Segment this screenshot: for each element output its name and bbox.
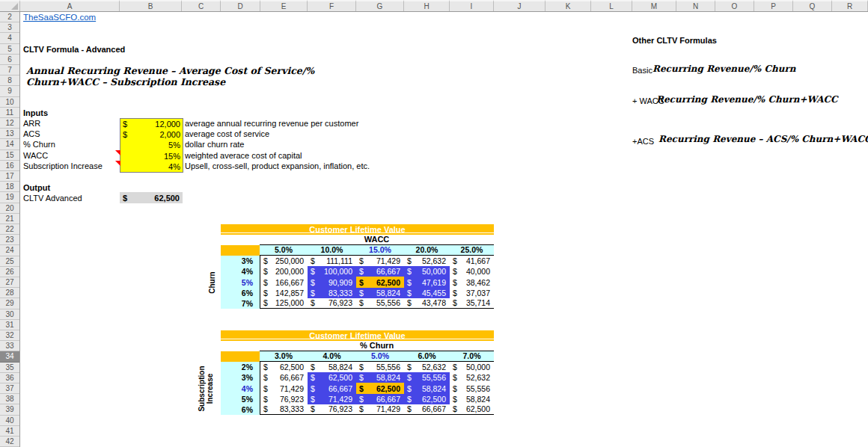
row-header-34[interactable]: 34 [0, 351, 19, 362]
table-row-header[interactable]: 3% [221, 372, 260, 383]
row-header-20[interactable]: 20 [0, 203, 19, 214]
table-cell[interactable]: $200,000 [260, 266, 308, 277]
row-header-30[interactable]: 30 [0, 309, 19, 320]
table-cell[interactable]: $52,632 [404, 362, 450, 372]
table-cell[interactable]: $52,632 [450, 372, 494, 383]
input-value-cell-3[interactable]: 5% [120, 140, 183, 150]
thesaascfo-link[interactable]: TheSaaSCFO.com [23, 13, 96, 22]
row-header-22[interactable]: 22 [0, 224, 19, 235]
table-cell[interactable]: $40,000 [450, 266, 494, 277]
table-cell[interactable]: $38,462 [450, 277, 494, 287]
input-value-cell-5[interactable]: 4% [120, 161, 183, 172]
table-cell[interactable]: $83,333 [260, 404, 308, 415]
row-header-24[interactable]: 24 [0, 245, 19, 256]
column-header-E[interactable]: E [260, 0, 308, 11]
row-header-25[interactable]: 25 [0, 256, 19, 267]
table-col-header[interactable]: 5.0% [260, 245, 308, 256]
column-header-H[interactable]: H [404, 0, 450, 11]
table-cell[interactable]: $62,500 [356, 277, 404, 287]
row-header-41[interactable]: 41 [0, 426, 19, 437]
table-cell[interactable]: $41,667 [450, 256, 494, 266]
table-cell[interactable]: $58,824 [356, 288, 404, 298]
table-row-header[interactable]: 6% [221, 288, 260, 298]
table-cell[interactable]: $76,923 [308, 298, 356, 309]
row-header-7[interactable]: 7 [0, 65, 19, 75]
table-cell[interactable]: $111,111 [308, 256, 356, 266]
row-header-2[interactable]: 2 [0, 12, 19, 22]
input-value-cell-4[interactable]: 15% [120, 151, 183, 161]
row-header-9[interactable]: 9 [0, 86, 19, 96]
row-header-5[interactable]: 5 [0, 44, 19, 55]
column-header-C[interactable]: C [182, 0, 221, 11]
table-cell[interactable]: $50,000 [450, 362, 494, 372]
table-cell[interactable]: $71,429 [308, 394, 356, 404]
table-cell[interactable]: $125,000 [260, 298, 308, 309]
row-header-36[interactable]: 36 [0, 373, 19, 383]
table-cell[interactable]: $58,824 [356, 372, 404, 383]
row-header-29[interactable]: 29 [0, 298, 19, 309]
table-cell[interactable]: $62,500 [450, 404, 494, 415]
table-cell[interactable]: $50,000 [404, 266, 450, 277]
table-cell[interactable]: $71,429 [356, 256, 404, 266]
table-cell[interactable]: $76,923 [260, 394, 308, 404]
row-header-39[interactable]: 39 [0, 404, 19, 415]
row-header-35[interactable]: 35 [0, 363, 19, 373]
row-header-12[interactable]: 12 [0, 118, 19, 129]
row-header-3[interactable]: 3 [0, 22, 19, 33]
column-header-L[interactable]: L [591, 0, 632, 11]
row-header-14[interactable]: 14 [0, 139, 19, 149]
table-cell[interactable]: $55,556 [450, 383, 494, 393]
table-cell[interactable]: $58,824 [308, 362, 356, 372]
table-cell[interactable]: $55,556 [404, 372, 450, 383]
table-cell[interactable]: $83,333 [308, 288, 356, 298]
table-row-header[interactable]: 4% [221, 266, 260, 277]
table-col-header[interactable]: 15.0% [356, 245, 404, 256]
table-cell[interactable]: $62,500 [404, 394, 450, 404]
table-cell[interactable]: $100,000 [308, 266, 356, 277]
row-header-6[interactable]: 6 [0, 55, 19, 65]
table-col-header[interactable]: 4.0% [308, 351, 356, 362]
row-header-27[interactable]: 27 [0, 277, 19, 288]
table-corner-cell[interactable] [221, 351, 260, 362]
input-value-cell-1[interactable]: $12,000 [120, 119, 183, 129]
table-cell[interactable]: $66,667 [356, 266, 404, 277]
table-col-header[interactable]: 5.0% [356, 351, 404, 362]
input-value-cell-2[interactable]: $2,000 [120, 129, 183, 140]
row-header-23[interactable]: 23 [0, 235, 19, 245]
row-header-11[interactable]: 11 [0, 108, 19, 118]
column-header-Q[interactable]: Q [793, 0, 832, 11]
table-row-header[interactable]: 6% [221, 404, 260, 415]
table-cell[interactable]: $66,667 [308, 383, 356, 393]
row-header-33[interactable]: 33 [0, 341, 19, 351]
table-col-header[interactable]: 6.0% [404, 351, 450, 362]
select-all-corner[interactable] [0, 0, 20, 11]
table-row-header[interactable]: 2% [221, 362, 260, 372]
column-header-A[interactable]: A [20, 0, 120, 11]
table-cell[interactable]: $43,478 [404, 298, 450, 309]
table-cell[interactable]: $55,556 [356, 362, 404, 372]
table-cell[interactable]: $142,857 [260, 288, 308, 298]
table-cell[interactable]: $66,667 [356, 394, 404, 404]
column-header-P[interactable]: P [754, 0, 793, 11]
column-header-I[interactable]: I [450, 0, 494, 11]
table-cell[interactable]: $52,632 [404, 256, 450, 266]
table-col-header[interactable]: 10.0% [308, 245, 356, 256]
table-row-header[interactable]: 7% [221, 298, 260, 309]
table-cell[interactable]: $166,667 [260, 277, 308, 287]
row-header-26[interactable]: 26 [0, 267, 19, 277]
row-header-21[interactable]: 21 [0, 214, 19, 224]
row-header-8[interactable]: 8 [0, 75, 19, 86]
table-cell[interactable]: $71,429 [260, 383, 308, 393]
table-row-header[interactable]: 5% [221, 394, 260, 404]
row-header-13[interactable]: 13 [0, 129, 19, 139]
table-cell[interactable]: $66,667 [260, 372, 308, 383]
row-header-16[interactable]: 16 [0, 161, 19, 171]
table-cell[interactable]: $76,923 [308, 404, 356, 415]
table-row-header[interactable]: 3% [221, 256, 260, 266]
table-col-header[interactable]: 7.0% [450, 351, 494, 362]
row-header-42[interactable]: 42 [0, 437, 19, 447]
table-cell[interactable]: $35,714 [450, 298, 494, 309]
row-header-4[interactable]: 4 [0, 33, 19, 43]
column-header-R[interactable]: R [832, 0, 868, 11]
column-header-J[interactable]: J [494, 0, 545, 11]
